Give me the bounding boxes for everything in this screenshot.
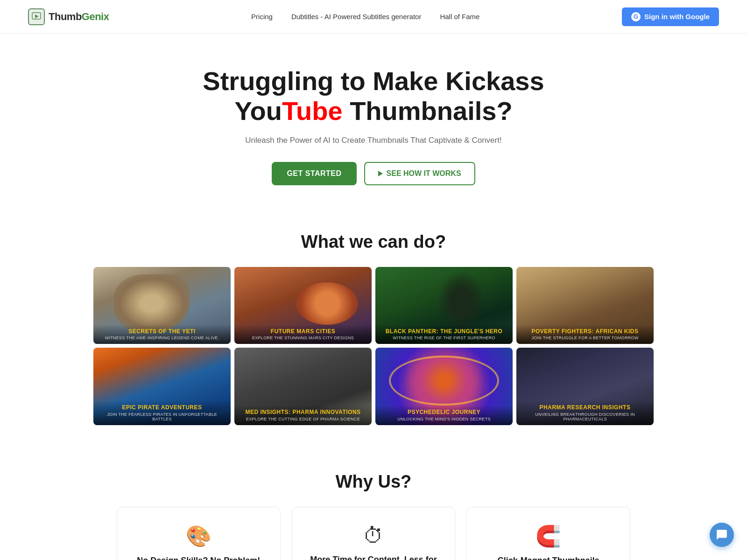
thumbnail-panther[interactable]: BLACK PANTHER: THE JUNGLE'S HERO WITNESS… [375, 267, 513, 344]
thumbnail-pirate[interactable]: EPIC PIRATE ADVENTURES JOIN THE FEARLESS… [93, 348, 231, 425]
thumb-subtitle: UNVEILING BREAKTHROUGH DISCOVERIES IN PH… [521, 412, 649, 421]
thumbnail-mars[interactable]: FUTURE MARS CITIES EXPLORE THE STUNNING … [234, 267, 372, 344]
play-icon [378, 171, 383, 176]
logo-link[interactable]: ThumbGenix [28, 8, 109, 25]
nav-dubtitles[interactable]: Dubtitles - AI Powered Subtitles generat… [291, 13, 421, 21]
why-card-title: More Time for Content, Less for Thumbnai… [305, 555, 442, 560]
nav-hall-of-fame[interactable]: Hall of Fame [440, 13, 479, 21]
get-started-button[interactable]: GET STARTED [272, 162, 356, 185]
thumbnail-med-pharma[interactable]: MED INSIGHTS: PHARMA INNOVATIONS EXPLORE… [234, 348, 372, 425]
signin-button[interactable]: G Sign in with Google [622, 7, 719, 26]
what-section: What we can do? SECRETS OF THE YETI WITN… [0, 204, 747, 444]
navbar: ThumbGenix Pricing Dubtitles - AI Powere… [0, 0, 747, 34]
why-icon: 🧲 [480, 524, 617, 548]
why-card-title: Click-Magnet Thumbnails [480, 556, 617, 560]
svg-marker-1 [35, 14, 39, 18]
google-g-icon: G [631, 12, 641, 21]
thumb-overlay: PHARMA RESEARCH INSIGHTS UNVEILING BREAK… [516, 400, 654, 425]
why-card-title: No Design Skills? No Problem! [130, 556, 267, 560]
thumb-subtitle: JOIN THE STRUGGLE FOR A BETTER TOMORROW [521, 336, 649, 340]
thumb-overlay: SECRETS OF THE YETI WITNESS THE AWE-INSP… [93, 324, 231, 344]
thumb-title: EPIC PIRATE ADVENTURES [98, 404, 226, 411]
what-title: What we can do? [19, 232, 728, 252]
thumbnail-psychedelic[interactable]: PSYCHEDELIC JOURNEY UNLOCKING THE MIND'S… [375, 348, 513, 425]
thumb-overlay: BLACK PANTHER: THE JUNGLE'S HERO WITNESS… [375, 324, 513, 344]
why-card-click-magnet: 🧲 Click-Magnet Thumbnails No more bland … [466, 507, 630, 560]
thumb-title: FUTURE MARS CITIES [239, 328, 367, 335]
thumb-overlay: POVERTY FIGHTERS: AFRICAN KIDS JOIN THE … [516, 324, 654, 344]
thumb-overlay: EPIC PIRATE ADVENTURES JOIN THE FEARLESS… [93, 400, 231, 425]
see-how-button[interactable]: SEE HOW IT WORKS [364, 162, 475, 185]
thumb-subtitle: EXPLORE THE CUTTING EDGE OF PHARMA SCIEN… [239, 417, 367, 421]
hero-section: Struggling to Make Kickass YouTube Thumb… [0, 34, 747, 204]
why-icon: 🎨 [130, 524, 267, 548]
thumb-title: PHARMA RESEARCH INSIGHTS [521, 404, 649, 411]
thumb-subtitle: EXPLORE THE STUNNING MARS CITY DESIGNS [239, 336, 367, 340]
thumb-overlay: PSYCHEDELIC JOURNEY UNLOCKING THE MIND'S… [375, 405, 513, 425]
why-title: Why Us? [19, 472, 728, 492]
thumbnail-yeti[interactable]: SECRETS OF THE YETI WITNESS THE AWE-INSP… [93, 267, 231, 344]
thumb-title: PSYCHEDELIC JOURNEY [380, 409, 508, 415]
thumb-title: SECRETS OF THE YETI [98, 328, 226, 335]
chat-button[interactable] [710, 523, 734, 547]
why-card-more-time: ⏱ More Time for Content, Less for Thumbn… [292, 507, 456, 560]
thumb-subtitle: JOIN THE FEARLESS PIRATES IN UNFORGETTAB… [98, 412, 226, 421]
thumbnail-poverty[interactable]: POVERTY FIGHTERS: AFRICAN KIDS JOIN THE … [516, 267, 654, 344]
hero-buttons: GET STARTED SEE HOW IT WORKS [9, 162, 738, 185]
thumbnails-grid: SECRETS OF THE YETI WITNESS THE AWE-INSP… [93, 267, 654, 425]
thumb-title: POVERTY FIGHTERS: AFRICAN KIDS [521, 328, 649, 335]
logo-icon [28, 8, 45, 25]
why-section: Why Us? 🎨 No Design Skills? No Problem! … [0, 444, 747, 560]
thumb-subtitle: WITNESS THE RISE OF THE FIRST SUPERHERO [380, 336, 508, 340]
hero-headline: Struggling to Make Kickass YouTube Thumb… [187, 66, 560, 126]
thumb-title: BLACK PANTHER: THE JUNGLE'S HERO [380, 328, 508, 335]
thumb-overlay: FUTURE MARS CITIES EXPLORE THE STUNNING … [234, 324, 372, 344]
hero-subtitle: Unleash the Power of AI to Create Thumbn… [9, 136, 738, 145]
why-icon: ⏱ [305, 524, 442, 547]
nav-pricing[interactable]: Pricing [251, 13, 273, 21]
chat-icon [716, 529, 728, 541]
thumbnail-research[interactable]: PHARMA RESEARCH INSIGHTS UNVEILING BREAK… [516, 348, 654, 425]
why-cards: 🎨 No Design Skills? No Problem! Toss asi… [117, 507, 630, 560]
thumb-title: MED INSIGHTS: PHARMA INNOVATIONS [239, 409, 367, 415]
navbar-links: Pricing Dubtitles - AI Powered Subtitles… [251, 13, 479, 21]
logo-text: ThumbGenix [49, 11, 109, 23]
thumb-overlay: MED INSIGHTS: PHARMA INNOVATIONS EXPLORE… [234, 405, 372, 425]
why-card-no-design: 🎨 No Design Skills? No Problem! Toss asi… [117, 507, 281, 560]
thumb-subtitle: WITNESS THE AWE-INSPIRING LEGEND COME AL… [98, 336, 226, 340]
thumb-subtitle: UNLOCKING THE MIND'S HIDDEN SECRETS [380, 417, 508, 421]
